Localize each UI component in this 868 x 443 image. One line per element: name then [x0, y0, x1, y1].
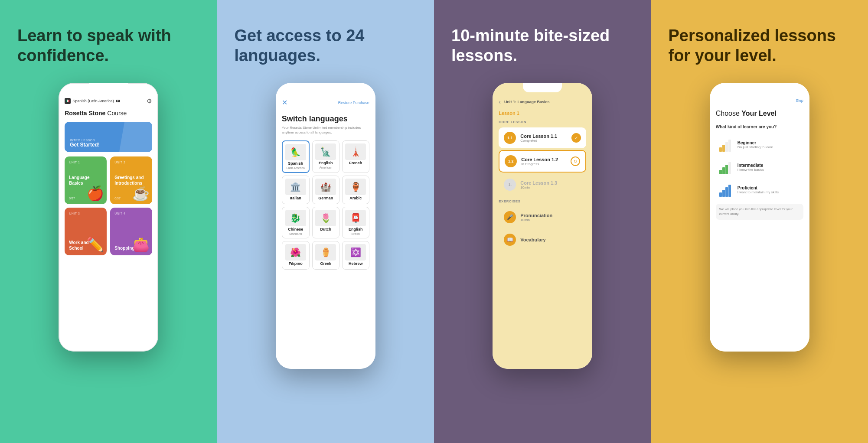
phone-mockup-4: Skip Choose Your Level What kind of lear…: [710, 83, 809, 352]
lang-img-arabic: 🏺: [345, 179, 366, 195]
lang-img-german: 🏰: [315, 179, 336, 195]
phone1-units-grid: UNIT 1 Language Basics 0/37 🍎 UNIT 2 Gre…: [59, 156, 157, 255]
phone3-exercises-section: Exercises: [493, 197, 592, 205]
level-option-beginner[interactable]: Beginner I'm just starting to learn: [716, 134, 803, 155]
lang-img-hebrew: ✡️: [345, 244, 366, 261]
phone1-banner-label: INTRO LESSON: [70, 139, 147, 142]
bar-3: [725, 142, 728, 152]
level-option-intermediate[interactable]: Intermediate I know the basics: [716, 157, 803, 178]
lang-card-chinese[interactable]: 🐉 Chinese Mandarin: [282, 207, 310, 238]
skip-link[interactable]: Skip: [796, 98, 803, 103]
unit-emoji-4: 👛: [132, 236, 150, 253]
phone2-title: Switch languages: [276, 110, 375, 125]
phone-notch-1: [89, 83, 128, 92]
level-name-proficient: Proficient: [737, 186, 800, 190]
lesson-status-1: Completed: [520, 139, 567, 143]
lang-name-greek: Greek: [320, 261, 331, 266]
flag-badge: 🇲🇽: [65, 98, 71, 104]
back-arrow-icon[interactable]: ‹: [499, 98, 501, 105]
lang-img-chinese: 🐉: [285, 210, 306, 226]
unit-title-2: Greetings and Introductions: [114, 175, 148, 186]
phone4-inner: Skip Choose Your Level What kind of lear…: [710, 83, 809, 352]
phone1-course-title: Rosetta Stone Course: [59, 108, 157, 122]
phone-notch-2: [306, 83, 345, 92]
unit-card-2[interactable]: UNIT 2 Greetings and Introductions 0/37 …: [110, 156, 152, 204]
lang-card-greek[interactable]: ⚱️ Greek: [312, 241, 339, 270]
phone-notch-3: [523, 83, 562, 92]
lang-name-filipino: Filipino: [289, 261, 303, 266]
level-desc-proficient: I want to maintain my skills: [737, 190, 800, 194]
lang-card-arabic[interactable]: 🏺 Arabic: [342, 176, 369, 204]
lang-name-chinese: Chinese: [288, 227, 303, 231]
phone-notch-4: [740, 83, 779, 92]
lesson-num-2: 1.2: [505, 155, 517, 167]
lesson-item-1[interactable]: 1.1 Core Lesson 1.1 Completed ✓: [499, 127, 586, 148]
level-text-proficient: Proficient I want to maintain my skills: [737, 186, 800, 194]
level-text-intermediate: Intermediate I know the basics: [737, 163, 800, 172]
unit-card-3[interactable]: UNIT 3 Work and School ✏️: [65, 208, 107, 255]
lang-img-dutch: 🌷: [315, 210, 336, 226]
lang-card-german[interactable]: 🏰 German: [312, 176, 339, 204]
phone4-title-regular: Choose: [716, 110, 742, 117]
unit-card-1[interactable]: UNIT 1 Language Basics 0/37 🍎: [65, 156, 107, 204]
level-name-intermediate: Intermediate: [737, 163, 800, 168]
lang-name-spanish: Spanish: [288, 161, 303, 166]
unit-card-4[interactable]: UNIT 4 Shopping 👛: [110, 208, 152, 255]
exercise-item-pronunciation[interactable]: 🎤 Pronunciation 10min: [499, 207, 586, 228]
exercise-info-pronunciation: Pronunciation 10min: [520, 213, 581, 222]
lesson-info-1: Core Lesson 1.1 Completed: [520, 134, 567, 143]
phone3-unit-title: Unit 1: Language Basics: [504, 100, 550, 104]
close-icon[interactable]: ✕: [282, 98, 287, 107]
panel-personalized: Personalized lessons for your level. Ski…: [651, 0, 868, 443]
lang-card-spanish[interactable]: 🦜 Spanish Latin America: [282, 140, 310, 173]
lesson-item-2[interactable]: 1.2 Core Lesson 1.2 In Progress ↻: [499, 150, 586, 173]
phone1-banner[interactable]: INTRO LESSON Get Started!: [65, 122, 152, 152]
lang-name-italian: Italian: [290, 196, 301, 200]
lang-name-english-british: English: [349, 227, 363, 231]
lang-card-english-american[interactable]: 🗽 English American: [312, 140, 339, 173]
lang-card-italian[interactable]: 🏛️ Italian: [282, 176, 310, 204]
phone1-lang-label: Spanish (Latin America): [72, 99, 114, 103]
phone-mockup-3: ‹ Unit 1: Language Basics Lesson 1 Core …: [493, 83, 592, 369]
unit-title-1: Language Basics: [69, 175, 102, 186]
level-desc-beginner: I'm just starting to learn: [737, 145, 800, 149]
lang-card-filipino[interactable]: 🌺 Filipino: [282, 241, 310, 270]
lesson-name-2: Core Lesson 1.2: [521, 157, 566, 162]
lang-name-dutch: Dutch: [320, 227, 332, 231]
lesson-item-3[interactable]: 1. Core Lesson 1.3 10min: [499, 174, 586, 195]
lang-img-filipino: 🌺: [285, 244, 306, 261]
level-option-proficient[interactable]: Proficient I want to maintain my skills: [716, 179, 803, 200]
phone4-footer-text: We will place you into the appropriate l…: [719, 207, 800, 216]
exercise-icon-vocabulary: 📖: [504, 234, 516, 246]
restore-purchase-link[interactable]: Restore Purchase: [338, 101, 369, 105]
lang-card-english-british[interactable]: 📮 English British: [342, 207, 369, 238]
language-grid: 🦜 Spanish Latin America 🗽 English Americ…: [276, 140, 375, 270]
lesson-name-3: Core Lesson 1.3: [520, 180, 581, 186]
exercise-item-vocabulary[interactable]: 📖 Vocabulary: [499, 229, 586, 250]
panel-languages: Get access to 24 languages. ✕ Restore Pu…: [217, 0, 434, 443]
phone3-inner: ‹ Unit 1: Language Basics Lesson 1 Core …: [493, 83, 592, 369]
phone4-question: What kind of learner are you?: [710, 121, 809, 133]
lang-name-arabic: Arabic: [349, 196, 362, 200]
level-name-beginner: Beginner: [737, 140, 800, 145]
phone1-lang-badge: 🇲🇽 Spanish (Latin America) ▼: [65, 98, 120, 104]
lang-card-dutch[interactable]: 🌷 Dutch: [312, 207, 339, 238]
lang-img-english-american: 🗽: [315, 143, 336, 160]
level-icon-beginner: [719, 138, 733, 152]
panel-2-headline: Get access to 24 languages.: [235, 26, 417, 65]
phone3-header: ‹ Unit 1: Language Basics: [493, 95, 592, 109]
panel-lessons: 10-minute bite-sized lessons. ‹ Unit 1: …: [434, 0, 651, 443]
gear-icon[interactable]: ⚙: [147, 98, 152, 104]
bar-3-pro: [725, 187, 728, 197]
bar-1-pro: [719, 192, 722, 197]
lesson-name-1: Core Lesson 1.1: [520, 134, 567, 139]
dropdown-arrow: ▼: [116, 100, 120, 102]
lang-card-french[interactable]: 🗼 French: [342, 140, 369, 173]
phone1-title-bold: Rosetta Stone: [65, 110, 105, 117]
lang-card-hebrew[interactable]: ✡️ Hebrew: [342, 241, 369, 270]
lang-name-english-american: English: [319, 161, 333, 165]
bar-2-pro: [722, 190, 725, 197]
lesson-info-2: Core Lesson 1.2 In Progress: [521, 157, 566, 166]
exercise-name-pronunciation: Pronunciation: [520, 213, 581, 218]
lang-img-english-british: 📮: [345, 210, 366, 226]
